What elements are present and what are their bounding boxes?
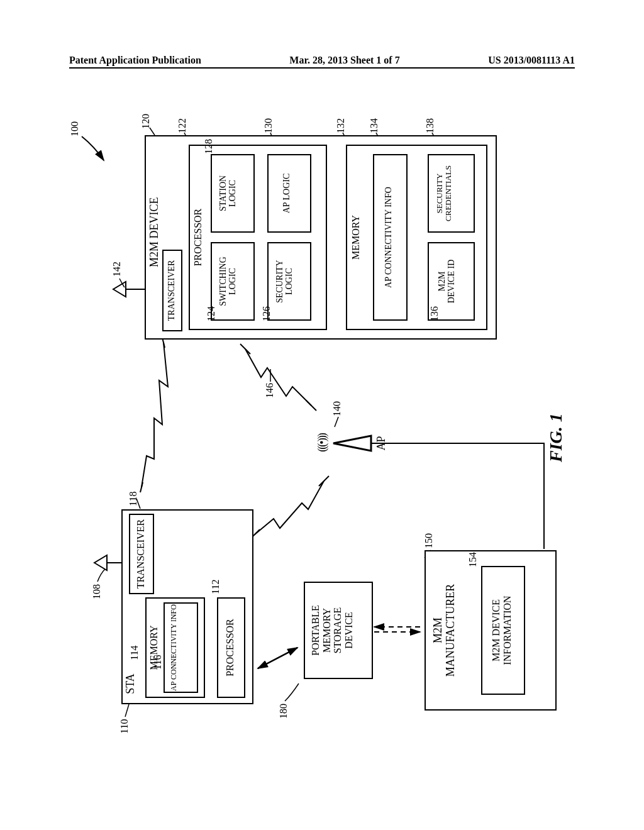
sta-apconn-label: AP CONNECTIVITY INFO: [170, 604, 178, 692]
header-right: US 2013/0081113 A1: [488, 55, 575, 66]
ref-108: 108: [91, 584, 103, 599]
diagram: STA TRANSCEIVER MEMORY AP CONNECTIVITY I…: [0, 170, 644, 692]
ap-logic-label: AP LOGIC: [282, 155, 291, 231]
ref-118: 118: [128, 492, 139, 506]
ref-138: 138: [425, 118, 436, 133]
ref-114: 114: [129, 646, 140, 660]
ref-120: 120: [140, 114, 152, 129]
header-left: Patent Application Publication: [69, 55, 201, 66]
ref-180: 180: [278, 704, 289, 719]
m2m-apconn-label: AP CONNECTIVITY INFO: [384, 155, 393, 319]
security-logic-label: SECURITY LOGIC: [275, 243, 294, 319]
figure-label: FIG. 1: [546, 413, 566, 462]
m2m-processor-label: PROCESSOR: [192, 145, 204, 330]
ref-136: 136: [429, 306, 440, 321]
security-credentials-label: SECURITY CREDENTIALS: [435, 155, 453, 231]
page-header: Patent Application Publication Mar. 28, …: [69, 55, 575, 69]
header-center: Mar. 28, 2013 Sheet 1 of 7: [289, 55, 399, 66]
ap-label: AP: [375, 431, 388, 456]
ref-126: 126: [261, 306, 272, 321]
station-logic-label: STATION LOGIC: [218, 155, 238, 231]
ap-radio-icon: (((•))): [316, 429, 329, 457]
sta-memory-label: MEMORY: [148, 597, 160, 698]
ref-100: 100: [69, 121, 80, 136]
portable-storage-label: PORTABLE MEMORY STORAGE DEVICE: [310, 583, 354, 678]
ref-110: 110: [119, 719, 130, 734]
ref-122: 122: [177, 118, 188, 133]
ref-132: 132: [335, 118, 347, 133]
ref-154: 154: [467, 552, 479, 567]
m2m-memory-label: MEMORY: [350, 145, 362, 330]
ref-130: 130: [263, 118, 274, 133]
m2m-transceiver-label: TRANSCEIVER: [167, 251, 176, 330]
ref-142: 142: [111, 262, 123, 277]
ref-140: 140: [331, 401, 343, 416]
sta-transceiver-label: TRANSCEIVER: [135, 515, 147, 593]
ref-146: 146: [264, 383, 275, 398]
m2m-device-label: M2M DEVICE: [148, 179, 161, 267]
sta-label: STA: [125, 670, 137, 698]
ref-116: 116: [152, 655, 164, 670]
ref-112: 112: [210, 580, 221, 594]
m2m-device-info-label: M2M DEVICE INFORMATION: [491, 566, 513, 695]
svg-line-4: [258, 648, 297, 668]
ref-124: 124: [206, 306, 217, 321]
ref-128: 128: [203, 139, 214, 154]
m2m-manufacturer-label: M2M MANUFACTURER: [432, 550, 457, 711]
ref-150: 150: [423, 533, 435, 548]
ref-134: 134: [369, 118, 380, 133]
sta-processor-label: PROCESSOR: [225, 597, 236, 698]
switching-logic-label: SWITCHING LOGIC: [218, 243, 238, 319]
